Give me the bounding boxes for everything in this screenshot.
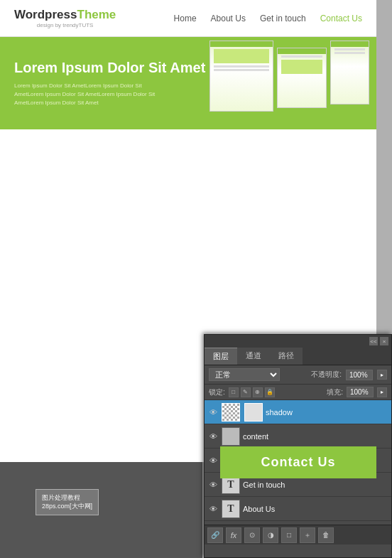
logo-theme: Theme xyxy=(77,8,116,21)
ps-bottom-toolbar: 🔗 fx ⊙ ◑ □ ＋ 🗑 xyxy=(205,525,391,544)
contact-badge-text: Contact Us xyxy=(261,455,335,470)
opacity-input[interactable] xyxy=(346,370,373,380)
mask-btn[interactable]: ⊙ xyxy=(244,527,260,543)
layer-thumb-content xyxy=(222,427,240,446)
fill-arrow[interactable]: ▸ xyxy=(377,387,387,397)
site-logo: WordpressTheme design by trendyTUTS xyxy=(14,8,116,28)
lock-icons: □ ✎ ⊕ 🔒 xyxy=(229,387,275,397)
nav-about[interactable]: About Us xyxy=(211,14,246,23)
nav-get-in-touch[interactable]: Get in touch xyxy=(260,14,306,23)
eye-about[interactable]: 👁 xyxy=(207,503,219,515)
delete-layer-btn[interactable]: 🗑 xyxy=(318,527,334,543)
ps-topbar: << × xyxy=(205,335,391,348)
watermark-line2: 28ps.com[大中网] xyxy=(42,502,92,511)
screenshot-3 xyxy=(330,41,369,104)
ps-tabs: 图层 通道 路径 xyxy=(205,348,391,365)
fill-input[interactable] xyxy=(347,387,374,397)
link-btn[interactable]: 🔗 xyxy=(207,527,223,543)
eye-content[interactable]: 👁 xyxy=(207,431,219,442)
hero-section: Lorem Ipsum Dolor Sit Amet Lorem Ipsum D… xyxy=(0,37,376,129)
layer-name-about: About Us xyxy=(243,505,388,513)
site-header: WordpressTheme design by trendyTUTS Home… xyxy=(0,0,376,37)
hero-images xyxy=(209,41,369,112)
fx-btn[interactable]: fx xyxy=(226,527,241,543)
tab-paths[interactable]: 路径 xyxy=(270,348,303,365)
watermark-line1: 图片处理教程 xyxy=(42,493,92,503)
fill-label: 填充: xyxy=(327,387,343,397)
screenshot-2 xyxy=(277,48,327,108)
tab-channels[interactable]: 通道 xyxy=(237,348,270,365)
ps-lock-row: 锁定: □ ✎ ⊕ 🔒 填充: ▸ xyxy=(205,385,391,400)
screenshot-1 xyxy=(209,41,273,112)
eye-shadow[interactable]: 👁 xyxy=(207,407,219,418)
layer-thumb-shadow xyxy=(222,403,240,422)
opacity-label: 不透明度: xyxy=(311,370,342,380)
nav-home[interactable]: Home xyxy=(174,14,197,23)
layer-name-git: Get in touch xyxy=(243,481,388,489)
logo-tagline: design by trendyTUTS xyxy=(14,22,116,28)
layer-shadow[interactable]: 👁 shadow xyxy=(205,400,391,424)
layer-name-content: content xyxy=(243,432,388,441)
layer-content[interactable]: 👁 content xyxy=(205,424,391,449)
lock-transparent-icon[interactable]: □ xyxy=(229,387,239,397)
site-nav: Home About Us Get in touch Contact Us xyxy=(174,14,362,23)
contact-badge: Contact Us xyxy=(220,446,376,478)
ps-close-btn[interactable]: × xyxy=(380,337,388,345)
lock-move-icon[interactable]: ⊕ xyxy=(253,387,263,397)
logo-wordpress: Wordpress xyxy=(14,8,77,21)
ps-mode-row: 正常 不透明度: ▸ xyxy=(205,365,391,385)
watermark: 图片处理教程 28ps.com[大中网] xyxy=(36,489,99,515)
lock-all-icon[interactable]: 🔒 xyxy=(265,387,275,397)
nav-contact-us[interactable]: Contact Us xyxy=(320,14,362,23)
lock-brush-icon[interactable]: ✎ xyxy=(241,387,251,397)
ps-collapse-btn[interactable]: << xyxy=(369,337,378,345)
blend-mode-select[interactable]: 正常 xyxy=(209,368,280,381)
layer-mask-shadow xyxy=(244,403,263,422)
eye-contact[interactable]: 👁 xyxy=(207,455,219,466)
layer-about-us[interactable]: 👁 T About Us xyxy=(205,497,391,521)
lock-label: 锁定: xyxy=(209,387,225,397)
opacity-arrow[interactable]: ▸ xyxy=(377,370,387,380)
layer-thumb-about: T xyxy=(222,500,240,518)
new-layer-btn[interactable]: ＋ xyxy=(300,527,315,543)
layer-name-shadow: shadow xyxy=(266,408,388,417)
eye-git[interactable]: 👁 xyxy=(207,479,219,490)
adjustment-btn[interactable]: ◑ xyxy=(263,527,278,543)
tab-layers[interactable]: 图层 xyxy=(205,348,237,365)
dark-bottom xyxy=(0,462,202,558)
group-btn[interactable]: □ xyxy=(281,527,297,543)
